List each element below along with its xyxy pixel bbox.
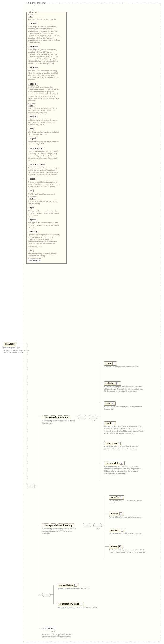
element-label: related [111, 545, 118, 548]
attribute-name[interactable]: type [28, 206, 35, 209]
attribute-name[interactable]: xml:lang [28, 230, 39, 233]
expand-icon[interactable]: + [80, 603, 83, 606]
element-label: remoteInfo [106, 442, 117, 444]
element-label: organisationDetails [59, 603, 79, 605]
element-related[interactable]: related+ [109, 544, 123, 549]
expand-icon[interactable]: + [121, 529, 123, 532]
group-crg-desc: A group of properties required to indica… [42, 528, 80, 534]
any-el-value: ##other [48, 627, 55, 630]
attribute-desc: If the property value is not defined, sp… [28, 26, 61, 44]
element-label: broader [111, 512, 119, 515]
expand-icon[interactable]: + [119, 545, 121, 548]
expand-icon[interactable]: + [74, 584, 77, 587]
element-desc: An identifier of a more specific concept… [109, 532, 149, 535]
element-remoteinfo[interactable]: remoteInfo+ [104, 441, 122, 446]
attributes-box: attributes idThe local identifier of the… [26, 12, 67, 264]
attribute-item: howIndicates by which means the value wa… [28, 104, 65, 114]
attribute-name[interactable]: creator [28, 22, 38, 25]
group-cdg-desc: A group of properties required to define… [42, 420, 77, 424]
expand-icon[interactable]: + [111, 402, 114, 405]
attribute-name[interactable]: howuri [28, 115, 37, 118]
element-desc: Represents the position of a concept in … [104, 466, 144, 474]
element-label: definition [106, 382, 115, 384]
element-broader[interactable]: broader+ [109, 512, 124, 516]
expand-icon[interactable]: + [119, 512, 122, 515]
attribute-item: modifiedThe date (and, optionally, the t… [28, 66, 65, 81]
expand-icon[interactable]: + [120, 496, 123, 499]
root-element[interactable]: provider [3, 342, 16, 346]
attribute-name[interactable]: custom [28, 82, 38, 86]
sequence-main [26, 484, 35, 488]
attribute-item: xml:langSpecifies the language of this p… [28, 230, 65, 248]
element-hierarchyinfo[interactable]: hierarchyInfo+ [104, 461, 125, 466]
attribute-item: uriA URI which identifies a concept. [28, 189, 65, 195]
element-definition[interactable]: definition+ [104, 381, 121, 386]
expand-icon[interactable]: + [118, 442, 121, 445]
attribute-name[interactable]: creatoruri [28, 45, 40, 48]
element-desc: A set of properties specific to a person [58, 588, 98, 590]
element-sameas[interactable]: sameAs+ [109, 495, 124, 500]
element-note[interactable]: note+ [104, 401, 116, 406]
attribute-name[interactable]: why [28, 127, 35, 130]
group-cdg-label: ConceptDefinitionGroup [44, 416, 68, 418]
attribute-name[interactable]: literal [28, 196, 36, 200]
attribute-name[interactable]: id [28, 14, 33, 18]
attribute-item: idThe local identifier of the property. [28, 14, 65, 20]
attribute-name[interactable]: qcode [28, 177, 37, 180]
attribute-desc: The date (and, optionally, the time) whe… [28, 70, 61, 81]
attribute-name[interactable]: whyuri [28, 137, 37, 140]
element-name[interactable]: name+ [104, 361, 117, 366]
element-desc: A natural language name for the concept. [104, 366, 144, 368]
group-concept-relationships[interactable]: ConceptRelationshipsGroup [42, 524, 74, 527]
attribute-item: pubconstraintOne or many constraints tha… [28, 146, 65, 162]
attribute-item: dirThe directionality of textual content… [28, 249, 65, 257]
expand-icon[interactable]: + [120, 462, 123, 465]
attribute-desc: Indicates by which means the value was e… [28, 119, 61, 126]
sequence-cdg2 [89, 415, 97, 420]
element-organisationdetails[interactable]: organisationDetails+ [58, 602, 84, 606]
element-desc: Additional natural language information … [104, 406, 144, 410]
element-facet[interactable]: facet+ [104, 421, 116, 426]
type-name: FlexPartyPropType [25, 2, 46, 4]
attribute-item: typeuriThe type of the concept assigned … [28, 218, 65, 228]
element-label: narrower [111, 529, 120, 531]
attribute-item: creatoruriIf the property value is not d… [28, 45, 65, 64]
mult-crg: 0..∞ [97, 528, 100, 530]
expand-icon[interactable]: + [112, 422, 115, 425]
attribute-item: creatorIf the property value is not defi… [28, 22, 65, 44]
element-label: note [106, 402, 110, 404]
any-el-label: any [43, 627, 46, 630]
element-desc: In NAR 1.8 and later, facet is deprecate… [104, 426, 144, 434]
element-desc: A group of properties specific to an org… [58, 606, 98, 608]
any-element: any ##other [42, 626, 56, 630]
attribute-name[interactable]: modified [28, 66, 39, 69]
attribute-name[interactable]: pubconstraint [28, 146, 44, 150]
attribute-name[interactable]: dir [28, 249, 33, 252]
attribute-name[interactable]: pubconstrainturi [28, 163, 46, 166]
attribute-desc: If the property value is not defined, sp… [28, 49, 61, 64]
attribute-name[interactable]: uri [28, 189, 33, 192]
attribute-desc: The type of the concept assigned as cont… [28, 210, 61, 216]
mult-cdg: 0..∞ [92, 420, 96, 422]
attribute-item: qcodeA concept identifier expressed as a… [28, 177, 65, 188]
attribute-desc: Why the metadata has been included - exp… [28, 131, 61, 135]
element-desc: An identifier of a concept with equivale… [109, 500, 149, 504]
mult-any: 0..∞ [52, 630, 55, 633]
attribute-desc: Specifies the language of this property … [28, 234, 61, 248]
attribute-desc: A concept identifier expressed as a free… [28, 200, 61, 205]
attribute-item: customIf set to true the corresponding p… [28, 82, 65, 102]
element-label: sameAs [111, 496, 119, 498]
attribute-name[interactable]: typeuri [28, 218, 37, 221]
expand-icon[interactable]: + [112, 362, 115, 365]
element-label: personDetails [59, 584, 73, 586]
expand-icon[interactable]: + [116, 382, 119, 385]
any-el-desc: Extension point for provider-defined pro… [42, 634, 80, 638]
element-desc: A natural language definition of the sem… [104, 386, 144, 392]
element-persondetails[interactable]: personDetails+ [58, 583, 79, 588]
group-concept-definition[interactable]: ConceptDefinitionGroup [42, 416, 70, 419]
any-attr-value: ##other [33, 259, 40, 261]
element-narrower[interactable]: narrower+ [109, 528, 125, 532]
attribute-name[interactable]: how [28, 104, 35, 107]
attribute-item: typeThe type of the concept assigned as … [28, 206, 65, 216]
attribute-desc: One or many constraints that apply to pu… [28, 150, 61, 162]
